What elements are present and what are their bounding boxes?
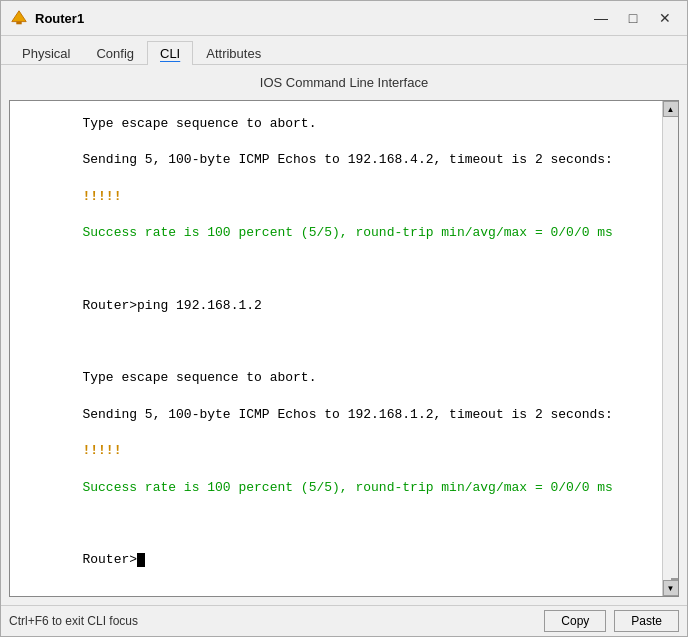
maximize-button[interactable]: □ <box>619 7 647 29</box>
bottom-buttons: Copy Paste <box>544 610 679 632</box>
main-content: IOS Command Line Interface Router>ping 1… <box>1 65 687 605</box>
minimize-button[interactable]: — <box>587 7 615 29</box>
paste-button[interactable]: Paste <box>614 610 679 632</box>
cli-line-excl2: !!!!! <box>82 443 121 458</box>
scroll-down-button[interactable]: ▼ <box>663 580 679 596</box>
cli-line-sending1: Sending 5, 100-byte ICMP Echos to 192.16… <box>82 152 613 167</box>
svg-marker-0 <box>12 11 26 22</box>
router-icon <box>9 8 29 28</box>
window-controls: — □ ✕ <box>587 7 679 29</box>
section-title: IOS Command Line Interface <box>9 73 679 94</box>
tab-cli[interactable]: CLI <box>147 41 193 65</box>
status-text: Ctrl+F6 to exit CLI focus <box>9 614 544 628</box>
cli-line-prompt3: Router> <box>82 552 145 567</box>
bottom-bar: Ctrl+F6 to exit CLI focus Copy Paste <box>1 605 687 636</box>
cli-line-sending2: Sending 5, 100-byte ICMP Echos to 192.16… <box>82 407 613 422</box>
tab-attributes[interactable]: Attributes <box>193 41 274 65</box>
tab-physical[interactable]: Physical <box>9 41 83 65</box>
scrollbar-track: ▲ ▼ <box>662 101 678 596</box>
cli-line-excl1: !!!!! <box>82 189 121 204</box>
tab-config[interactable]: Config <box>83 41 147 65</box>
cli-container[interactable]: Router>ping 192.168.4.2 Type escape sequ… <box>9 100 679 597</box>
scroll-up-button[interactable]: ▲ <box>663 101 679 117</box>
cli-output[interactable]: Router>ping 192.168.4.2 Type escape sequ… <box>10 101 662 596</box>
copy-button[interactable]: Copy <box>544 610 606 632</box>
cursor <box>137 553 145 567</box>
router-window: Router1 — □ ✕ Physical Config CLI Attrib… <box>0 0 688 637</box>
title-bar: Router1 — □ ✕ <box>1 1 687 36</box>
cli-line-escape1: Type escape sequence to abort. <box>82 116 316 131</box>
svg-rect-1 <box>16 22 21 25</box>
scrollbar-thumb[interactable] <box>671 578 680 580</box>
tab-bar: Physical Config CLI Attributes <box>1 36 687 65</box>
cli-line-escape2: Type escape sequence to abort. <box>82 370 316 385</box>
close-button[interactable]: ✕ <box>651 7 679 29</box>
cli-line-success2: Success rate is 100 percent (5/5), round… <box>82 480 613 495</box>
cli-line-prompt2: Router>ping 192.168.1.2 <box>82 298 261 313</box>
cli-line-success1: Success rate is 100 percent (5/5), round… <box>82 225 613 240</box>
window-title: Router1 <box>35 11 587 26</box>
